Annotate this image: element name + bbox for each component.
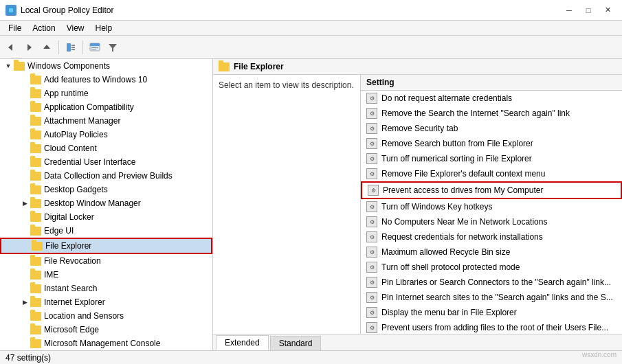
folder-icon-credential xyxy=(30,158,41,167)
settings-icon-10: ⚙ xyxy=(366,247,377,258)
tree-root-windows-components[interactable]: ▼ Windows Components xyxy=(0,59,212,73)
tree-item-ms-edge[interactable]: ▶ Microsoft Edge xyxy=(0,323,212,337)
settings-icon-7: ⚙ xyxy=(366,201,377,212)
folder-icon-header xyxy=(219,62,230,71)
menu-view[interactable]: View xyxy=(61,22,90,34)
tree-item-desktop-window[interactable]: ▶ Desktop Window Manager xyxy=(0,196,212,210)
folder-icon-ime xyxy=(30,271,41,280)
tree-item-cloud[interactable]: ▶ Cloud Content xyxy=(0,141,212,155)
tree-item-file-explorer[interactable]: ▶ File Explorer xyxy=(0,238,212,254)
settings-header: Setting xyxy=(361,75,622,91)
folder-icon-file-explorer xyxy=(32,242,43,251)
toolbar-filter-button[interactable] xyxy=(104,39,121,56)
settings-icon-3: ⚙ xyxy=(366,138,377,149)
settings-item-4[interactable]: ⚙ Turn off numerical sorting in File Exp… xyxy=(361,151,622,166)
tree-label-digital-locker: Digital Locker xyxy=(44,212,94,222)
svg-rect-1 xyxy=(9,8,13,12)
tree-item-mmc[interactable]: ▶ Microsoft Management Console xyxy=(0,337,212,350)
toolbar-separator-1 xyxy=(58,41,59,54)
tree-item-desktop-gadgets[interactable]: ▶ Desktop Gadgets xyxy=(0,183,212,196)
tree-item-autoplay[interactable]: ▶ AutoPlay Policies xyxy=(0,128,212,141)
window-title: Local Group Policy Editor xyxy=(21,5,113,15)
folder-icon-cloud xyxy=(30,144,41,153)
tree-label-edge-ui: Edge UI xyxy=(44,226,74,236)
folder-icon-file-revocation xyxy=(30,257,41,266)
tree-label-app-runtime: App runtime xyxy=(44,89,89,98)
settings-pane[interactable]: Setting ⚙ Do not request alternate crede… xyxy=(361,75,622,334)
tab-extended[interactable]: Extended xyxy=(216,335,269,350)
settings-item-10[interactable]: ⚙ Maximum allowed Recycle Bin size xyxy=(361,244,622,260)
tree-label-file-revocation: File Revocation xyxy=(44,256,101,266)
tree-item-file-revocation[interactable]: ▶ File Revocation xyxy=(0,254,212,268)
settings-item-13[interactable]: ⚙ Pin Internet search sites to the "Sear… xyxy=(361,290,622,305)
menu-help[interactable]: Help xyxy=(90,22,118,34)
tree-item-attachment[interactable]: ▶ Attachment Manager xyxy=(0,114,212,128)
settings-item-3[interactable]: ⚙ Remove Search button from File Explore… xyxy=(361,136,622,151)
tree-item-internet-explorer[interactable]: ▶ Internet Explorer xyxy=(0,295,212,309)
settings-label-7: Turn off Windows Key hotkeys xyxy=(381,202,492,212)
toolbar-separator-2 xyxy=(82,41,83,54)
settings-label-8: No Computers Near Me in Network Location… xyxy=(381,217,547,227)
folder-icon-autoplay xyxy=(30,130,41,139)
tree-label-internet-explorer: Internet Explorer xyxy=(44,297,105,307)
tree-item-instant-search[interactable]: ▶ Instant Search xyxy=(0,282,212,295)
settings-item-0[interactable]: ⚙ Do not request alternate credentials xyxy=(361,91,622,106)
title-bar-controls: ─ □ ✕ xyxy=(560,4,617,16)
settings-item-15[interactable]: ⚙ Prevent users from adding files to the… xyxy=(361,320,622,334)
tree-item-digital-locker[interactable]: ▶ Digital Locker xyxy=(0,210,212,224)
svg-rect-8 xyxy=(71,49,75,50)
tree-item-datacollection[interactable]: ▶ Data Collection and Preview Builds xyxy=(0,169,212,183)
toolbar-up-button[interactable] xyxy=(38,39,55,56)
settings-item-1[interactable]: ⚙ Remove the Search the Internet "Search… xyxy=(361,106,622,121)
menu-file[interactable]: File xyxy=(3,22,27,34)
tree-panel[interactable]: ▼ Windows Components ▶ Add features to W… xyxy=(0,59,213,350)
description-pane: Select an item to view its description. xyxy=(213,75,361,334)
settings-item-12[interactable]: ⚙ Pin Libraries or Search Connectors to … xyxy=(361,275,622,290)
toolbar-show-hide-button[interactable] xyxy=(63,39,79,56)
tree-item-edge-ui[interactable]: ▶ Edge UI xyxy=(0,224,212,238)
svg-marker-2 xyxy=(8,44,12,51)
settings-item-5[interactable]: ⚙ Remove File Explorer's default context… xyxy=(361,166,622,181)
tree-label-windows-components: Windows Components xyxy=(27,61,110,71)
tree-arrow-internet-explorer: ▶ xyxy=(19,297,30,308)
svg-marker-3 xyxy=(27,44,32,51)
settings-icon-2: ⚙ xyxy=(366,123,377,134)
settings-item-8[interactable]: ⚙ No Computers Near Me in Network Locati… xyxy=(361,214,622,229)
toolbar-forward-button[interactable] xyxy=(21,39,37,56)
tree-label-desktop-window: Desktop Window Manager xyxy=(44,198,141,208)
tree-item-credential[interactable]: ▶ Credential User Interface xyxy=(0,155,212,169)
settings-item-9[interactable]: ⚙ Request credentials for network instal… xyxy=(361,229,622,244)
settings-label-15: Prevent users from adding files to the r… xyxy=(381,323,608,332)
tree-label-credential: Credential User Interface xyxy=(44,157,135,167)
tree-item-app-compat[interactable]: ▶ Application Compatibility xyxy=(0,100,212,114)
tree-item-add-features[interactable]: ▶ Add features to Windows 10 xyxy=(0,73,212,87)
tree-item-app-runtime[interactable]: ▶ App runtime xyxy=(0,87,212,100)
status-text: 47 setting(s) xyxy=(5,353,51,363)
menu-action[interactable]: Action xyxy=(27,22,60,34)
settings-icon-1: ⚙ xyxy=(366,108,377,119)
tree-label-file-explorer: File Explorer xyxy=(45,241,91,251)
toolbar-help-button[interactable] xyxy=(87,39,103,56)
toolbar-back-button[interactable] xyxy=(3,39,19,56)
tab-standard[interactable]: Standard xyxy=(270,336,322,350)
settings-item-7[interactable]: ⚙ Turn off Windows Key hotkeys xyxy=(361,199,622,214)
tree-item-ime[interactable]: ▶ IME xyxy=(0,268,212,282)
settings-item-14[interactable]: ⚙ Display the menu bar in File Explorer xyxy=(361,305,622,320)
maximize-button[interactable]: □ xyxy=(579,4,597,16)
folder-icon-desktop-window xyxy=(30,199,41,208)
menu-bar: File Action View Help xyxy=(0,21,622,36)
settings-list: ⚙ Do not request alternate credentials ⚙… xyxy=(361,91,622,334)
settings-item-11[interactable]: ⚙ Turn off shell protocol protected mode xyxy=(361,260,622,275)
settings-label-4: Turn off numerical sorting in File Explo… xyxy=(381,154,532,163)
app-icon xyxy=(5,5,16,16)
settings-item-6[interactable]: ⚙ Prevent access to drives from My Compu… xyxy=(361,181,622,199)
settings-label-10: Maximum allowed Recycle Bin size xyxy=(381,247,510,257)
minimize-button[interactable]: ─ xyxy=(560,4,578,16)
tree-item-location[interactable]: ▶ Location and Sensors xyxy=(0,309,212,323)
svg-marker-4 xyxy=(43,45,50,49)
tree-label-cloud: Cloud Content xyxy=(44,144,97,153)
close-button[interactable]: ✕ xyxy=(599,4,617,16)
settings-label-3: Remove Search button from File Explorer xyxy=(381,139,533,148)
settings-item-2[interactable]: ⚙ Remove Security tab xyxy=(361,121,622,136)
folder-icon-internet-explorer xyxy=(30,298,41,307)
